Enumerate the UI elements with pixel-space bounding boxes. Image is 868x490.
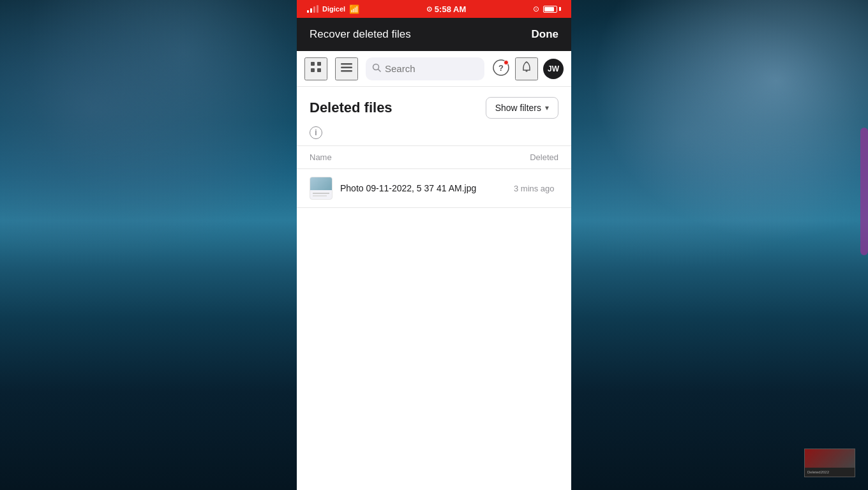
table-header: Name Deleted [297, 146, 571, 169]
thumb-line2 [313, 195, 327, 197]
page-title: Deleted files [310, 100, 393, 116]
avatar-initials: JW [548, 64, 559, 73]
signal-bars-icon [307, 5, 318, 13]
svg-rect-6 [341, 70, 352, 72]
info-row: i [297, 124, 571, 145]
info-icon: i [310, 126, 322, 139]
battery-tip [559, 7, 561, 11]
wifi-icon: 📶 [349, 4, 359, 14]
thumb-preview [805, 449, 855, 468]
toolbar-right-icons: ? JW [492, 57, 564, 80]
status-bar: Digicel 📶 ⊙ 5:58 AM ⊙ [297, 0, 571, 18]
toolbar: ? JW [297, 51, 571, 87]
menu-icon [341, 62, 352, 75]
col-name-label: Name [310, 152, 332, 162]
svg-line-8 [378, 70, 381, 72]
deleted-time-text: 3 mins ago [514, 184, 555, 193]
file-cell: Photo 09-11-2022, 5 37 41 AM.jpg [310, 177, 488, 200]
grid-icon-button[interactable] [304, 57, 327, 80]
file-name-cell: Photo 09-11-2022, 5 37 41 AM.jpg [297, 169, 501, 208]
search-icon [372, 63, 381, 74]
table-body: Photo 09-11-2022, 5 37 41 AM.jpg 3 mins … [297, 169, 571, 208]
file-table: Name Deleted [297, 145, 571, 208]
scrollbar-right[interactable] [860, 128, 868, 255]
app-header-title: Recover deleted files [310, 28, 411, 41]
search-input[interactable] [385, 63, 478, 74]
show-filters-label: Show filters [495, 103, 541, 113]
page-header: Deleted files Show filters ▾ [297, 87, 571, 124]
battery-indicator [543, 6, 561, 13]
thumb-label-text: Deleted2022 [807, 470, 829, 474]
svg-rect-1 [317, 62, 321, 66]
search-box[interactable] [366, 57, 484, 80]
col-name-header: Name [297, 146, 501, 169]
battery-body [543, 6, 557, 13]
svg-rect-3 [317, 68, 321, 72]
thumb-line1 [313, 193, 329, 194]
svg-rect-11 [526, 70, 528, 72]
svg-rect-0 [311, 62, 315, 66]
status-right: ⊙ [533, 4, 561, 13]
status-time: 5:58 AM [435, 4, 466, 14]
notification-dot [504, 60, 509, 65]
svg-rect-5 [341, 67, 352, 69]
help-icon-wrapper[interactable]: ? [492, 59, 510, 79]
clock-icon: ⊙ [426, 5, 432, 13]
deleted-time-cell: 3 mins ago [501, 169, 571, 208]
col-deleted-header: Deleted [501, 146, 571, 169]
svg-rect-4 [341, 63, 352, 65]
device-wrapper: Digicel 📶 ⊙ 5:58 AM ⊙ Recover deleted fi… [297, 0, 571, 490]
lock-icon: ⊙ [533, 4, 539, 13]
thumbnail-bottom-right: Deleted2022 [804, 449, 855, 477]
show-filters-button[interactable]: Show filters ▾ [486, 97, 558, 119]
svg-text:?: ? [498, 63, 504, 73]
cloud-right [562, 0, 868, 268]
cloud-left [0, 0, 306, 268]
avatar[interactable]: JW [543, 59, 564, 79]
col-deleted-label: Deleted [530, 152, 558, 162]
chevron-down-icon: ▾ [545, 103, 549, 112]
svg-rect-2 [311, 68, 315, 72]
done-button[interactable]: Done [532, 28, 559, 41]
file-thumbnail [310, 177, 333, 200]
carrier-label: Digicel [322, 5, 345, 13]
thumb-image-area [310, 177, 332, 190]
grid-icon [310, 61, 322, 76]
status-center: ⊙ 5:58 AM [426, 4, 466, 14]
notification-icon [520, 61, 533, 77]
app-header: Recover deleted files Done [297, 18, 571, 51]
status-left: Digicel 📶 [307, 4, 359, 14]
file-name-text: Photo 09-11-2022, 5 37 41 AM.jpg [340, 183, 476, 193]
battery-fill [544, 7, 554, 11]
main-content: Deleted files Show filters ▾ i Name Dele… [297, 87, 571, 490]
thumb-label-row: Deleted2022 [805, 468, 855, 477]
table-row[interactable]: Photo 09-11-2022, 5 37 41 AM.jpg 3 mins … [297, 169, 571, 208]
notification-icon-button[interactable] [515, 57, 538, 80]
menu-icon-button[interactable] [335, 57, 358, 80]
